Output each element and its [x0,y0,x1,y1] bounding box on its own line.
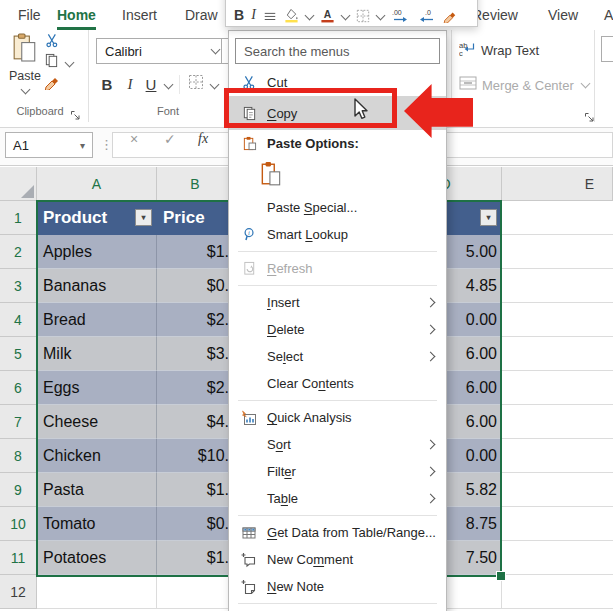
wrap-text-button[interactable]: abc Wrap Text [459,40,609,60]
row-header-4[interactable]: 4 [0,303,37,337]
cell-E11[interactable] [502,541,613,575]
row-header-7[interactable]: 7 [0,405,37,439]
cell-B2[interactable]: $1. [157,235,234,269]
merge-center-button[interactable]: Merge & Center [459,75,609,95]
menu-item-insert[interactable]: Insert [229,289,446,316]
menu-item-partial[interactable] [229,607,446,611]
cell-B4[interactable]: $2. [157,303,234,337]
tab-review[interactable]: Review [472,7,518,23]
column-header-B[interactable]: B [157,167,234,201]
row-header-8[interactable]: 8 [0,439,37,473]
paste-button[interactable]: Paste [6,30,44,94]
cell-B3[interactable]: $0. [157,269,234,303]
menu-item-delete[interactable]: Delete [229,316,446,343]
filter-dropdown-button[interactable]: ▾ [135,209,152,226]
cell-A4[interactable]: Bread [37,303,157,337]
decrease-decimal-icon[interactable]: .0 [417,6,436,23]
column-header-A[interactable]: A [37,167,157,201]
font-name-combo[interactable]: Calibri [96,38,228,64]
row-header-10[interactable]: 10 [0,507,37,541]
menu-item-sort[interactable]: Sort [229,431,446,458]
cell-E1[interactable] [502,201,613,235]
cell-A11[interactable]: Potatoes [37,541,157,575]
format-painter-icon[interactable] [443,6,457,23]
cell-E5[interactable] [502,337,613,371]
cell-A7[interactable]: Cheese [37,405,157,439]
menu-item-quick-analysis[interactable]: Quick Analysis [229,404,446,431]
bold-button[interactable]: B [98,73,116,95]
row-header-2[interactable]: 2 [0,235,37,269]
cell-E3[interactable] [502,269,613,303]
copy-button[interactable] [41,53,61,71]
menu-item-cut[interactable]: Cut [229,69,446,96]
menu-search-input[interactable] [235,38,440,64]
cell-E9[interactable] [502,473,613,507]
font-color-icon[interactable]: A [320,6,335,23]
chevron-icon[interactable] [306,6,313,23]
cell-E12[interactable] [502,575,613,609]
align-lines-icon[interactable] [263,6,277,23]
increase-decimal-icon[interactable]: .00 [391,6,410,23]
menu-item-copy[interactable]: Copy [229,96,446,130]
menu-item-table[interactable]: Table [229,485,446,512]
row-header-3[interactable]: 3 [0,269,37,303]
cell-B9[interactable]: $1. [157,473,234,507]
cancel-button[interactable]: × [130,131,138,147]
ribbon-control-partial[interactable] [601,36,613,62]
tab-view[interactable]: View [548,7,578,23]
tab-insert[interactable]: Insert [122,7,157,23]
cell-A2[interactable]: Apples [37,235,157,269]
cell-A10[interactable]: Tomato [37,507,157,541]
underline-chevron-icon[interactable] [164,80,174,90]
menu-item-paste-options[interactable]: Paste Options: [229,130,446,157]
clipboard-dialog-launcher[interactable] [70,107,82,119]
row-header-12[interactable]: 12 [0,575,37,609]
cell-B7[interactable]: $4. [157,405,234,439]
cell-B11[interactable]: $1. [157,541,234,575]
underline-button[interactable]: U [142,73,160,95]
chevron-icon[interactable] [377,6,384,23]
enter-button[interactable]: ✓ [164,131,176,147]
cell-E7[interactable] [502,405,613,439]
menu-item-get-data-from-table-range[interactable]: Get Data from Table/Range... [229,519,446,546]
menu-item-clear-contents[interactable]: Clear Contents [229,370,446,397]
cell-A3[interactable]: Bananas [37,269,157,303]
fill-handle[interactable] [496,571,506,581]
cell-A9[interactable]: Pasta [37,473,157,507]
cut-button[interactable] [42,33,62,51]
tab-home[interactable]: Home [57,7,96,30]
cell-B8[interactable]: $10. [157,439,234,473]
name-box[interactable]: A1 ▾ [5,132,93,158]
cell-E10[interactable] [502,507,613,541]
fill-color-icon[interactable] [284,6,299,23]
cell-E2[interactable] [502,235,613,269]
cell-A6[interactable]: Eggs [37,371,157,405]
borders-icon[interactable] [356,6,370,23]
chevron-icon[interactable] [342,6,349,23]
menu-item-filter[interactable]: Filter [229,458,446,485]
row-header-1[interactable]: 1 [0,201,37,235]
copy-chevron-icon[interactable] [65,58,75,68]
tab-draw[interactable]: Draw [185,7,218,23]
menu-item-paste-special[interactable]: Paste Special... [229,194,446,221]
menu-item-smart-lookup[interactable]: iSmart Lookup [229,221,446,248]
borders-button[interactable] [186,74,206,94]
row-header-11[interactable]: 11 [0,541,37,575]
select-all-corner[interactable] [0,167,37,201]
cell-A12[interactable] [37,575,157,609]
italic-button[interactable]: I [121,73,139,95]
column-header-E[interactable]: E [502,167,613,201]
insert-function-button[interactable]: fx [198,131,208,147]
cell-E8[interactable] [502,439,613,473]
format-painter-button[interactable] [42,75,62,93]
cell-B1[interactable]: Price [157,201,234,235]
borders-chevron-icon[interactable] [210,80,220,90]
cell-B10[interactable]: $0. [157,507,234,541]
tab-file[interactable]: File [18,7,41,23]
cell-E6[interactable] [502,371,613,405]
menu-item-new-comment[interactable]: New Comment [229,546,446,573]
menu-item-new-note[interactable]: New Note [229,573,446,600]
italic-icon[interactable]: I [251,6,256,23]
bold-icon[interactable]: B [234,6,244,23]
row-header-5[interactable]: 5 [0,337,37,371]
